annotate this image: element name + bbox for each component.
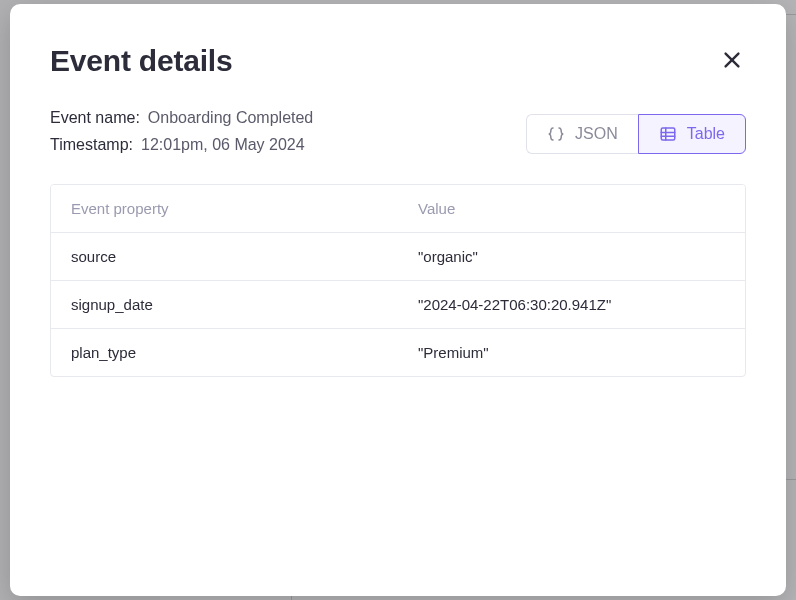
json-toggle-label: JSON — [575, 125, 618, 143]
table-row: plan_type "Premium" — [51, 329, 745, 376]
value-cell: "organic" — [398, 233, 745, 280]
property-cell: signup_date — [51, 281, 398, 328]
value-cell: "Premium" — [398, 329, 745, 376]
close-button[interactable] — [718, 46, 746, 74]
timestamp-value: 12:01pm, 06 May 2024 — [141, 131, 305, 158]
meta-row: Event name: Onboarding Completed Timesta… — [50, 104, 746, 158]
event-name-value: Onboarding Completed — [148, 104, 313, 131]
header-property: Event property — [51, 185, 398, 232]
modal-title: Event details — [50, 44, 232, 78]
table-icon — [659, 125, 677, 143]
table-toggle-label: Table — [687, 125, 725, 143]
event-name-label: Event name: — [50, 104, 140, 131]
property-cell: source — [51, 233, 398, 280]
close-icon — [721, 49, 743, 71]
event-details-modal: Event details Event name: Onboarding Com… — [10, 4, 786, 596]
table-row: signup_date "2024-04-22T06:30:20.941Z" — [51, 281, 745, 329]
properties-table: Event property Value source "organic" si… — [50, 184, 746, 377]
property-cell: plan_type — [51, 329, 398, 376]
header-value: Value — [398, 185, 745, 232]
modal-header: Event details — [50, 44, 746, 78]
timestamp-line: Timestamp: 12:01pm, 06 May 2024 — [50, 131, 313, 158]
json-icon — [547, 125, 565, 143]
view-toggle: JSON Table — [526, 114, 746, 154]
value-cell: "2024-04-22T06:30:20.941Z" — [398, 281, 745, 328]
svg-rect-2 — [661, 128, 675, 140]
table-toggle-button[interactable]: Table — [638, 114, 746, 154]
table-header: Event property Value — [51, 185, 745, 233]
timestamp-label: Timestamp: — [50, 131, 133, 158]
json-toggle-button[interactable]: JSON — [526, 114, 638, 154]
event-name-line: Event name: Onboarding Completed — [50, 104, 313, 131]
meta-info: Event name: Onboarding Completed Timesta… — [50, 104, 313, 158]
table-row: source "organic" — [51, 233, 745, 281]
